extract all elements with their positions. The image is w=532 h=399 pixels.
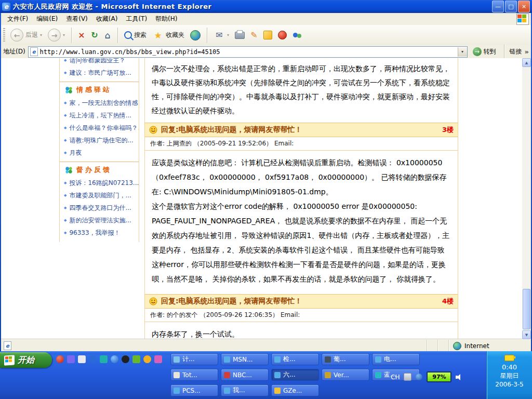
taskbar-window-button[interactable]: 葡... xyxy=(322,353,369,365)
scroll-up-button[interactable]: ▲ xyxy=(522,58,531,67)
qq-button[interactable] xyxy=(276,30,289,41)
quicklaunch-icon[interactable] xyxy=(78,355,86,363)
bullet-icon: ◆ xyxy=(64,126,66,130)
address-dropdown-button[interactable]: ▾ xyxy=(458,47,467,57)
keyboard-tray-icon[interactable] xyxy=(404,373,411,381)
quicklaunch-icon[interactable] xyxy=(143,355,151,363)
refresh-button[interactable]: ↻ xyxy=(89,30,100,41)
sidebar-topic-link[interactable]: ◆ 96333，我举报！ xyxy=(60,227,139,239)
print-button[interactable] xyxy=(233,31,247,40)
menu-edit[interactable]: 编辑(E) xyxy=(32,14,62,24)
vertical-scrollbar[interactable]: ▲ ▼ xyxy=(522,58,531,339)
status-bar: e Internet xyxy=(1,339,531,352)
reply-header: 回复:电脑系统出现问题，烦请网友帮帮忙！ 4楼 xyxy=(145,294,458,309)
quicklaunch-icon[interactable] xyxy=(111,355,118,363)
address-input[interactable]: e http://www.luan.gov.cn/bbs/bbs_view.ph… xyxy=(28,46,468,58)
app-icon xyxy=(325,372,331,378)
menu-file[interactable]: 文件(F) xyxy=(3,14,32,24)
taskbar-window-button[interactable]: GZe... xyxy=(271,384,319,396)
favorites-label: 收藏夹 xyxy=(166,31,184,39)
app-icon xyxy=(224,372,230,378)
sidebar-topic-link[interactable]: ◆ 投诉：16路皖N07213... xyxy=(60,177,139,189)
quicklaunch-icon[interactable] xyxy=(100,355,108,363)
close-button[interactable]: × xyxy=(518,1,530,12)
topic-label: 建议：市民广场可放... xyxy=(69,69,131,77)
sidebar-topic-link[interactable]: ◆ 市建委及职能部门，... xyxy=(60,189,139,202)
menu-favorites[interactable]: 收藏(A) xyxy=(92,14,122,24)
sidebar-topic-link[interactable]: ◆ 家，一段无法割舍的情感 xyxy=(60,97,139,109)
sidebar-topic-link[interactable]: ◆ 请教:明珠广场住宅的... xyxy=(60,134,139,147)
minimize-button[interactable]: — xyxy=(492,1,504,12)
menu-tools[interactable]: 工具(T) xyxy=(122,14,151,24)
volume-icon[interactable] xyxy=(456,374,463,380)
topic-label: 四季春交叉路口为什... xyxy=(69,204,131,212)
sidebar-topic-link[interactable]: ◆ 建议：市民广场可放... xyxy=(60,66,139,79)
print-icon xyxy=(235,32,245,39)
forward-dropdown-icon[interactable]: ▾ xyxy=(63,33,65,37)
quicklaunch-icon[interactable] xyxy=(56,355,64,363)
sidebar-topic-link[interactable]: ◆ 请问帝都蒙园业主？ xyxy=(60,58,139,66)
maximize-button[interactable]: □ xyxy=(505,1,517,12)
battery-tray-icon[interactable] xyxy=(504,355,514,361)
quicklaunch-icon[interactable] xyxy=(132,355,140,363)
taskbar-window-button[interactable]: 我... xyxy=(221,384,269,396)
app-icon xyxy=(174,372,180,378)
messenger-button[interactable] xyxy=(261,30,274,41)
edit-button[interactable]: ✎ xyxy=(248,30,260,41)
taskbar-window-button[interactable]: NBC... xyxy=(221,369,269,381)
sidebar-topic-link[interactable]: ◆ 四季春交叉路口为什... xyxy=(60,202,139,214)
app-icon xyxy=(174,388,180,394)
task-label: GZe... xyxy=(283,387,302,394)
taskbar-window-button[interactable]: PCS... xyxy=(170,384,218,396)
bullet-icon: ◆ xyxy=(64,71,66,75)
sidebar-topic-link[interactable]: ◆ 什么是幸福？你幸福吗？... xyxy=(60,122,139,134)
task-label: 检... xyxy=(283,355,295,364)
tray-icon[interactable] xyxy=(416,374,422,380)
netmeeting-button[interactable] xyxy=(290,31,304,40)
taskbar-window-button[interactable]: Ver... xyxy=(322,369,369,381)
mail-button[interactable]: ✉ ▾ xyxy=(211,29,231,42)
taskbar-window-button[interactable]: 计... xyxy=(170,353,218,365)
people-icon xyxy=(292,32,302,39)
links-label[interactable]: 链接 xyxy=(510,47,522,56)
mail-dropdown-icon[interactable]: ▾ xyxy=(227,33,229,37)
quicklaunch-icon[interactable] xyxy=(67,355,75,363)
ie-icon: e xyxy=(2,3,10,11)
language-indicator[interactable]: CH xyxy=(391,374,400,381)
taskbar-window-button[interactable]: 检... xyxy=(271,353,319,365)
back-button[interactable]: ← 后退 ▾ xyxy=(8,28,44,43)
go-button[interactable]: → 转到 xyxy=(470,47,499,57)
forward-button[interactable]: → ▾ xyxy=(46,28,67,43)
start-button[interactable]: 开始 xyxy=(0,352,52,368)
search-button[interactable]: 搜索 xyxy=(122,30,149,41)
task-label: 我... xyxy=(233,386,245,395)
start-flag-icon xyxy=(4,355,15,365)
scroll-down-button[interactable]: ▼ xyxy=(522,330,531,339)
bullet-icon: ◆ xyxy=(64,58,66,62)
taskbar-window-button[interactable]: MSN... xyxy=(221,353,269,365)
zone-label: Internet xyxy=(464,342,489,350)
menu-help[interactable]: 帮助(H) xyxy=(151,14,181,24)
task-label: Tot... xyxy=(182,371,197,379)
task-label: PCS... xyxy=(182,387,201,394)
taskbar-window-button[interactable]: 电... xyxy=(372,353,420,365)
quicklaunch-icon[interactable] xyxy=(89,355,97,363)
links-chevron-icon[interactable]: » xyxy=(525,48,529,56)
battery-percentage-badge[interactable]: 97% xyxy=(427,371,451,382)
sidebar-topic-link[interactable]: ◆ 新的治安管理法实施... xyxy=(60,214,139,227)
sidebar-topic-link[interactable]: ◆ 月夜 xyxy=(60,147,139,159)
history-button[interactable] xyxy=(188,29,203,42)
toolbar-grip[interactable] xyxy=(3,28,5,43)
taskbar-window-button-active[interactable]: 六... xyxy=(271,369,319,381)
taskbar-window-button[interactable]: Tot... xyxy=(170,369,218,381)
favorites-button[interactable]: ★ 收藏夹 xyxy=(150,29,187,42)
quicklaunch-icon[interactable] xyxy=(122,355,129,363)
back-dropdown-icon[interactable]: ▾ xyxy=(40,33,42,37)
sidebar-topic-link[interactable]: ◆ 坛上冷清，坛下热情... xyxy=(60,109,139,122)
quicklaunch-icon[interactable] xyxy=(154,355,162,363)
scrollbar-thumb[interactable] xyxy=(523,289,530,329)
stop-button[interactable]: × xyxy=(76,30,87,41)
home-button[interactable]: ⌂ xyxy=(102,30,113,41)
bullet-icon: ◆ xyxy=(64,218,66,222)
menu-view[interactable]: 查看(V) xyxy=(62,14,92,24)
